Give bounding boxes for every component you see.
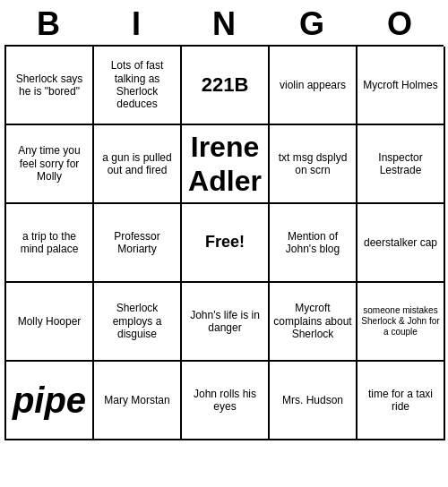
cell-1-1[interactable]: a gun is pulled out and fired — [94, 125, 182, 204]
cell-4-1[interactable]: Mary Morstan — [94, 362, 182, 440]
cell-4-0[interactable]: pipe — [6, 362, 94, 440]
cell-3-4[interactable]: someone mistakes Sherlock & John for a c… — [358, 283, 445, 362]
cell-2-4[interactable]: deerstalker cap — [358, 204, 445, 283]
cell-3-2[interactable]: John's life is in danger — [182, 283, 270, 362]
title-letter-o: O — [359, 5, 440, 43]
cell-4-3[interactable]: Mrs. Hudson — [270, 362, 358, 440]
title-letter-i: I — [96, 5, 177, 43]
cell-1-0[interactable]: Any time you feel sorry for Molly — [6, 125, 94, 204]
cell-4-2[interactable]: John rolls his eyes — [182, 362, 270, 440]
cell-3-1[interactable]: Sherlock employs a disguise — [94, 283, 182, 362]
cell-2-2-free[interactable]: Free! — [182, 204, 270, 283]
cell-1-3[interactable]: txt msg dsplyd on scrn — [270, 125, 358, 204]
cell-3-3[interactable]: Mycroft complains about Sherlock — [270, 283, 358, 362]
cell-3-0[interactable]: Molly Hooper — [6, 283, 94, 362]
title-letter-g: G — [271, 5, 352, 43]
cell-4-4[interactable]: time for a taxi ride — [358, 362, 445, 440]
cell-1-4[interactable]: Inspector Lestrade — [358, 125, 445, 204]
cell-0-0[interactable]: Sherlock says he is "bored" — [6, 47, 94, 125]
cell-1-2[interactable]: Irene Adler — [182, 125, 270, 204]
cell-0-3[interactable]: violin appears — [270, 47, 358, 125]
cell-0-1[interactable]: Lots of fast talking as Sherlock deduces — [94, 47, 182, 125]
cell-0-4[interactable]: Mycroft Holmes — [358, 47, 445, 125]
bingo-title: B I N G O — [4, 5, 444, 43]
cell-2-1[interactable]: Professor Moriarty — [94, 204, 182, 283]
cell-2-0[interactable]: a trip to the mind palace — [6, 204, 94, 283]
bingo-grid: Sherlock says he is "bored" Lots of fast… — [4, 45, 444, 440]
cell-2-3[interactable]: Mention of John's blog — [270, 204, 358, 283]
bingo-card: B I N G O Sherlock says he is "bored" Lo… — [4, 5, 444, 440]
title-letter-b: B — [8, 5, 89, 43]
title-letter-n: N — [184, 5, 264, 43]
cell-0-2[interactable]: 221B — [182, 47, 270, 125]
